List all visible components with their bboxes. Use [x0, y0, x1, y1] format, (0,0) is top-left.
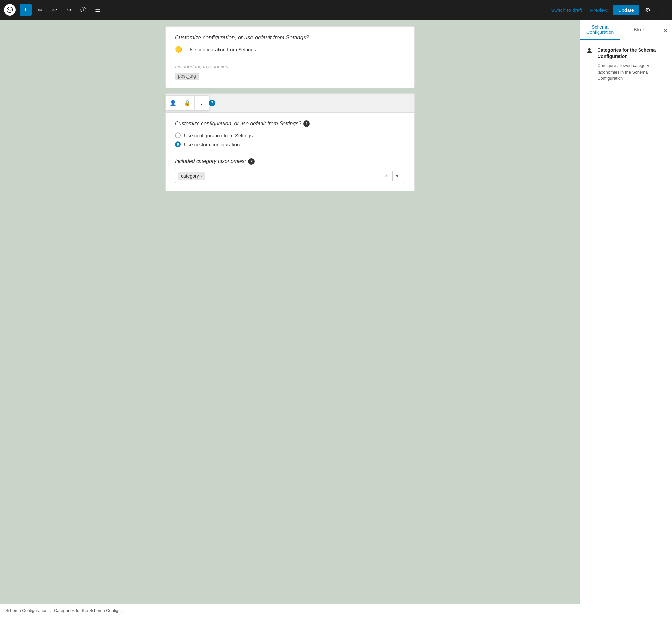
- block1-option-settings-label: Use configuration from Settings: [187, 47, 256, 52]
- block1-option-settings-row: 🟡 Use configuration from Settings: [175, 46, 405, 53]
- radio-settings-label: Use configuration from Settings: [184, 133, 253, 138]
- wp-logo: W: [4, 4, 16, 16]
- edit-button[interactable]: ✏: [34, 4, 46, 16]
- block1-taxonomy-label: Included tag taxonomies:: [175, 64, 405, 69]
- radio-option-settings[interactable]: Use configuration from Settings: [175, 132, 405, 138]
- radio-settings-circle[interactable]: [175, 132, 181, 138]
- radio-option-custom[interactable]: Use custom configuration: [175, 142, 405, 147]
- switch-to-draft-button[interactable]: Switch to draft: [548, 5, 585, 15]
- svg-text:W: W: [8, 8, 12, 12]
- block1-divider: [175, 58, 405, 58]
- tag-dropdown-button[interactable]: ▾: [393, 171, 402, 181]
- sidebar-section-title: Categories for the Schema Configuration: [598, 47, 667, 60]
- block1-question: Customize configuration, or use default …: [175, 34, 405, 41]
- sidebar-section-desc: Configure allowed category taxonomies in…: [598, 62, 667, 82]
- preview-button[interactable]: Preview: [587, 5, 610, 15]
- sidebar-section: Categories for the Schema Configuration …: [586, 47, 667, 82]
- taxonomy-help-icon[interactable]: ?: [248, 158, 255, 165]
- settings-button[interactable]: ⚙: [642, 4, 654, 16]
- sidebar-tab-row: Schema Configuration Block ✕: [581, 20, 672, 40]
- redo-button[interactable]: ↪: [63, 4, 75, 16]
- main-area: Customize configuration, or use default …: [0, 20, 672, 604]
- breadcrumb-separator: ›: [50, 608, 51, 613]
- block-floating-toolbar: 👤 🔒 ⋮: [165, 95, 209, 110]
- category-tag-label: category: [181, 173, 199, 179]
- sidebar-person-icon: [586, 47, 593, 82]
- block-card-1: Customize configuration, or use default …: [165, 26, 415, 88]
- radio-custom-label: Use custom configuration: [184, 142, 240, 147]
- taxonomy-label-text: Included category taxonomies:: [175, 159, 246, 164]
- category-question-row: Customize configuration, or use default …: [175, 121, 405, 127]
- editor-canvas: Customize configuration, or use default …: [0, 20, 580, 604]
- taxonomy-label-row: Included category taxonomies: ?: [175, 158, 405, 165]
- radio-custom-circle[interactable]: [175, 142, 181, 147]
- add-block-button[interactable]: +: [20, 4, 31, 16]
- block-person-button[interactable]: 👤: [166, 95, 180, 110]
- sidebar-close-button[interactable]: ✕: [659, 24, 672, 37]
- tag-clear-button[interactable]: ×: [383, 173, 390, 179]
- info-button[interactable]: ⓘ: [77, 4, 89, 16]
- block1-tag: post_tag: [175, 72, 199, 80]
- block-lock-button[interactable]: 🔒: [180, 95, 195, 110]
- tab-schema-configuration[interactable]: Schema Configuration: [581, 20, 620, 40]
- block-more-button[interactable]: ⋮: [195, 95, 209, 110]
- sidebar-content: Categories for the Schema Configuration …: [581, 40, 672, 604]
- category-question-help-icon[interactable]: ?: [303, 121, 310, 127]
- category-tag-chip: category ×: [179, 172, 205, 180]
- list-view-button[interactable]: ☰: [92, 4, 104, 16]
- sidebar-body: Categories for the Schema Configuration …: [598, 47, 667, 82]
- category-divider: [175, 153, 405, 153]
- category-question: Customize configuration, or use default …: [175, 121, 301, 127]
- tag-input-wrap[interactable]: category × × ▾: [175, 169, 405, 183]
- toolbar: W + ✏ ↩ ↪ ⓘ ☰ Switch to draft Preview Up…: [0, 0, 672, 20]
- undo-button[interactable]: ↩: [48, 4, 60, 16]
- svg-point-2: [588, 48, 590, 50]
- breadcrumb-2: Categories for the Schema Config...: [54, 608, 122, 613]
- statusbar: Schema Configuration › Categories for th…: [0, 604, 672, 617]
- yellow-circle-icon: 🟡: [175, 46, 182, 53]
- category-tag-remove-button[interactable]: ×: [201, 174, 203, 179]
- tab-block[interactable]: Block: [620, 22, 659, 38]
- more-options-button[interactable]: ⋮: [656, 4, 668, 16]
- category-body: Customize configuration, or use default …: [166, 113, 414, 191]
- update-button[interactable]: Update: [613, 5, 639, 15]
- radio-group: Use configuration from Settings Use cust…: [175, 132, 405, 147]
- sidebar: Schema Configuration Block ✕ Categories …: [580, 20, 672, 604]
- categories-help-icon[interactable]: ?: [209, 100, 215, 106]
- block-wrapper: Customize configuration, or use default …: [165, 26, 415, 197]
- breadcrumb-1: Schema Configuration: [5, 608, 48, 613]
